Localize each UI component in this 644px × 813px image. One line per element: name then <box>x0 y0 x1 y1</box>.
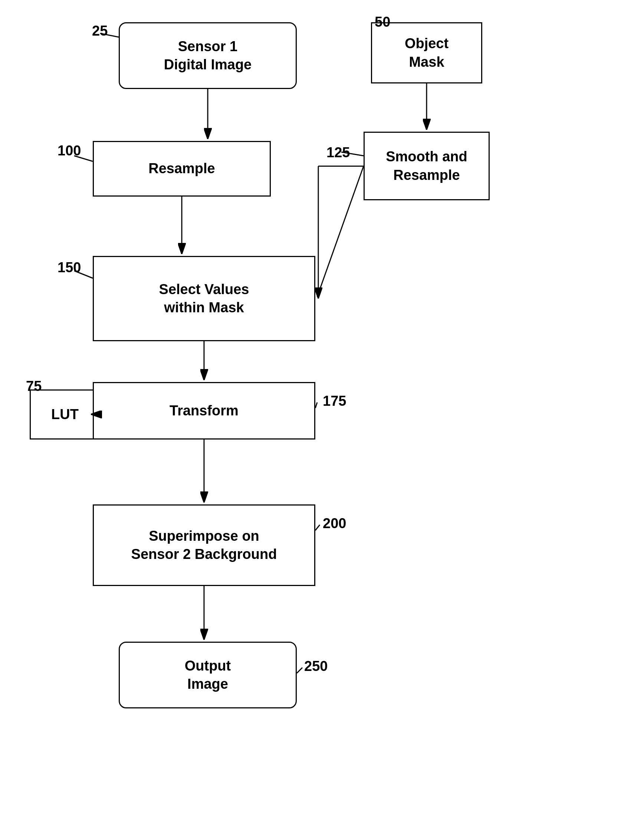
svg-line-4 <box>317 166 363 297</box>
flowchart: Sensor 1Digital Image 25 ObjectMask 50 R… <box>0 0 644 813</box>
label-50: 50 <box>375 14 390 30</box>
output-image-box: OutputImage <box>119 642 297 709</box>
label-200: 200 <box>323 516 346 531</box>
svg-line-15 <box>315 403 317 408</box>
transform-label: Transform <box>170 402 239 420</box>
label-25: 25 <box>92 23 107 39</box>
superimpose-label: Superimpose onSensor 2 Background <box>131 527 277 564</box>
label-75: 75 <box>26 378 41 394</box>
select-values-label: Select Valueswithin Mask <box>159 280 249 317</box>
resample-box: Resample <box>93 141 271 197</box>
object-mask-box: ObjectMask <box>371 22 482 83</box>
label-150: 150 <box>57 260 81 276</box>
smooth-resample-box: Smooth andResample <box>363 132 490 200</box>
label-100: 100 <box>57 143 81 159</box>
object-mask-label: ObjectMask <box>405 35 449 71</box>
superimpose-box: Superimpose onSensor 2 Background <box>93 504 315 586</box>
lut-box: LUT <box>30 389 100 439</box>
select-values-box: Select Valueswithin Mask <box>93 256 315 341</box>
resample-label: Resample <box>149 159 215 178</box>
label-250: 250 <box>304 658 328 674</box>
transform-box: Transform <box>93 382 315 439</box>
label-175: 175 <box>323 393 346 409</box>
smooth-resample-label: Smooth andResample <box>386 148 468 184</box>
svg-line-17 <box>297 668 302 673</box>
label-125: 125 <box>327 145 350 161</box>
output-image-label: OutputImage <box>185 657 231 694</box>
lut-label: LUT <box>51 406 79 424</box>
sensor1-box: Sensor 1Digital Image <box>119 22 297 89</box>
sensor1-label: Sensor 1Digital Image <box>164 37 252 74</box>
svg-line-16 <box>315 525 320 530</box>
